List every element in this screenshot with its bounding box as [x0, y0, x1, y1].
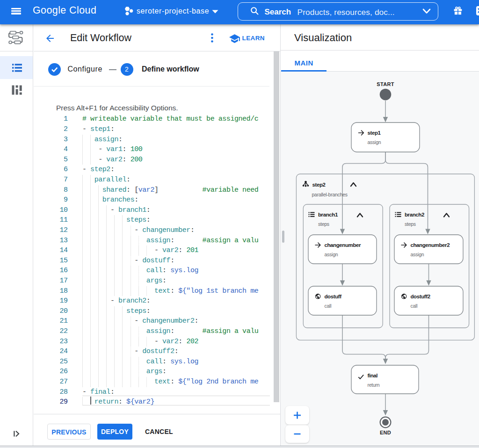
- svg-text:dostuff2: dostuff2: [411, 294, 430, 299]
- svg-text:END: END: [380, 430, 391, 435]
- svg-text:branch1: branch1: [318, 212, 338, 217]
- svg-text:assign: assign: [368, 139, 381, 145]
- svg-text:return: return: [368, 382, 380, 388]
- svg-text:call: call: [325, 303, 332, 309]
- svg-text:assign: assign: [325, 252, 338, 257]
- svg-text:steps: steps: [405, 221, 416, 227]
- svg-text:step2: step2: [312, 182, 326, 188]
- svg-text:steps: steps: [318, 221, 329, 227]
- svg-text:branch2: branch2: [405, 212, 424, 217]
- svg-text:changenumber2: changenumber2: [411, 242, 450, 248]
- svg-text:START: START: [377, 81, 394, 87]
- svg-text:step1: step1: [368, 130, 381, 136]
- svg-text:parallel-branches: parallel-branches: [312, 192, 348, 197]
- svg-text:assign: assign: [411, 252, 424, 257]
- svg-text:call: call: [411, 303, 418, 309]
- svg-text:final: final: [368, 373, 378, 378]
- svg-text:changenumber: changenumber: [325, 242, 362, 248]
- svg-text:dostuff: dostuff: [325, 294, 342, 299]
